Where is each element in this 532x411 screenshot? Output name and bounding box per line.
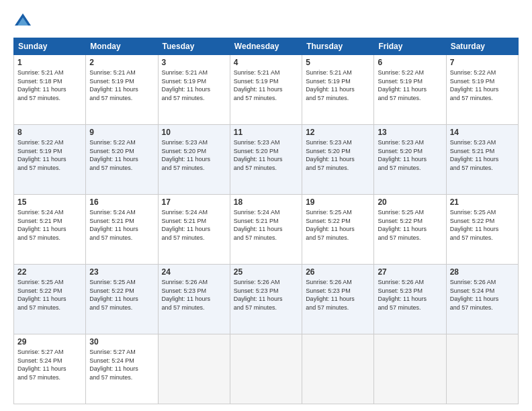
header-cell-wednesday: Wednesday [230,38,302,55]
day-info: Sunrise: 5:25 AM Sunset: 5:22 PM Dayligh… [450,208,515,242]
day-number: 13 [378,128,442,137]
day-cell: 26Sunrise: 5:26 AM Sunset: 5:23 PM Dayli… [302,265,374,334]
header-row: SundayMondayTuesdayWednesdayThursdayFrid… [14,38,519,55]
day-info: Sunrise: 5:27 AM Sunset: 5:24 PM Dayligh… [89,348,154,381]
day-number: 10 [162,128,226,137]
day-cell: 30Sunrise: 5:27 AM Sunset: 5:24 PM Dayli… [86,334,158,404]
header-cell-sunday: Sunday [14,38,86,55]
header-cell-tuesday: Tuesday [158,38,230,55]
calendar-table: SundayMondayTuesdayWednesdayThursdayFrid… [13,38,519,404]
day-info: Sunrise: 5:21 AM Sunset: 5:19 PM Dayligh… [89,68,154,102]
day-cell: 16Sunrise: 5:24 AM Sunset: 5:21 PM Dayli… [86,195,158,265]
day-info: Sunrise: 5:26 AM Sunset: 5:23 PM Dayligh… [378,278,442,312]
day-cell: 27Sunrise: 5:26 AM Sunset: 5:23 PM Dayli… [374,265,446,334]
day-cell: 10Sunrise: 5:23 AM Sunset: 5:20 PM Dayli… [158,125,230,195]
day-number: 19 [306,197,370,207]
day-cell: 9Sunrise: 5:22 AM Sunset: 5:20 PM Daylig… [86,125,158,195]
day-cell: 5Sunrise: 5:21 AM Sunset: 5:19 PM Daylig… [302,55,374,125]
day-info: Sunrise: 5:23 AM Sunset: 5:20 PM Dayligh… [234,138,298,172]
header-cell-monday: Monday [86,38,158,55]
day-number: 21 [450,197,515,207]
logo [13,12,35,31]
day-number: 27 [378,267,442,277]
day-cell: 17Sunrise: 5:24 AM Sunset: 5:21 PM Dayli… [158,195,230,265]
day-cell: 19Sunrise: 5:25 AM Sunset: 5:22 PM Dayli… [302,195,374,265]
day-number: 12 [306,128,370,137]
header-cell-friday: Friday [374,38,446,55]
day-info: Sunrise: 5:22 AM Sunset: 5:19 PM Dayligh… [450,68,515,102]
day-cell: 25Sunrise: 5:26 AM Sunset: 5:23 PM Dayli… [230,265,302,334]
day-cell: 22Sunrise: 5:25 AM Sunset: 5:22 PM Dayli… [14,265,86,334]
day-cell: 20Sunrise: 5:25 AM Sunset: 5:22 PM Dayli… [374,195,446,265]
day-cell: 23Sunrise: 5:25 AM Sunset: 5:22 PM Dayli… [86,265,158,334]
day-cell: 14Sunrise: 5:23 AM Sunset: 5:21 PM Dayli… [446,125,518,195]
day-cell: 29Sunrise: 5:27 AM Sunset: 5:24 PM Dayli… [14,334,86,404]
day-info: Sunrise: 5:21 AM Sunset: 5:19 PM Dayligh… [234,68,298,102]
header [13,12,519,31]
day-info: Sunrise: 5:24 AM Sunset: 5:21 PM Dayligh… [162,208,226,242]
day-cell [302,334,374,404]
day-info: Sunrise: 5:24 AM Sunset: 5:21 PM Dayligh… [89,208,154,242]
header-cell-thursday: Thursday [302,38,374,55]
day-info: Sunrise: 5:25 AM Sunset: 5:22 PM Dayligh… [17,278,82,312]
day-number: 18 [234,197,298,207]
day-number: 17 [162,197,226,207]
day-cell: 13Sunrise: 5:23 AM Sunset: 5:20 PM Dayli… [374,125,446,195]
day-info: Sunrise: 5:23 AM Sunset: 5:21 PM Dayligh… [450,138,515,172]
day-number: 25 [234,267,298,277]
day-cell: 6Sunrise: 5:22 AM Sunset: 5:19 PM Daylig… [374,55,446,125]
logo-icon [13,12,32,31]
day-cell: 8Sunrise: 5:22 AM Sunset: 5:19 PM Daylig… [14,125,86,195]
day-cell [374,334,446,404]
week-row-2: 8Sunrise: 5:22 AM Sunset: 5:19 PM Daylig… [14,125,519,195]
week-row-5: 29Sunrise: 5:27 AM Sunset: 5:24 PM Dayli… [14,334,519,404]
day-cell: 1Sunrise: 5:21 AM Sunset: 5:18 PM Daylig… [14,55,86,125]
day-info: Sunrise: 5:27 AM Sunset: 5:24 PM Dayligh… [17,348,82,381]
page: SundayMondayTuesdayWednesdayThursdayFrid… [0,0,532,411]
day-cell: 4Sunrise: 5:21 AM Sunset: 5:19 PM Daylig… [230,55,302,125]
day-number: 30 [89,337,154,347]
day-info: Sunrise: 5:22 AM Sunset: 5:20 PM Dayligh… [89,138,154,172]
day-number: 16 [89,197,154,207]
day-cell: 3Sunrise: 5:21 AM Sunset: 5:19 PM Daylig… [158,55,230,125]
day-info: Sunrise: 5:21 AM Sunset: 5:19 PM Dayligh… [306,68,370,102]
week-row-1: 1Sunrise: 5:21 AM Sunset: 5:18 PM Daylig… [14,55,519,125]
day-info: Sunrise: 5:26 AM Sunset: 5:23 PM Dayligh… [306,278,370,312]
day-info: Sunrise: 5:25 AM Sunset: 5:22 PM Dayligh… [89,278,154,312]
week-row-4: 22Sunrise: 5:25 AM Sunset: 5:22 PM Dayli… [14,265,519,334]
calendar-header: SundayMondayTuesdayWednesdayThursdayFrid… [14,38,519,55]
header-cell-saturday: Saturday [446,38,518,55]
day-number: 6 [378,58,442,67]
day-cell: 15Sunrise: 5:24 AM Sunset: 5:21 PM Dayli… [14,195,86,265]
day-cell [230,334,302,404]
day-number: 20 [378,197,442,207]
day-number: 7 [450,58,515,67]
day-cell: 24Sunrise: 5:26 AM Sunset: 5:23 PM Dayli… [158,265,230,334]
day-number: 5 [306,58,370,67]
day-number: 22 [17,267,82,277]
day-number: 3 [162,58,226,67]
day-number: 9 [89,128,154,137]
day-cell [158,334,230,404]
day-cell: 12Sunrise: 5:23 AM Sunset: 5:20 PM Dayli… [302,125,374,195]
day-info: Sunrise: 5:25 AM Sunset: 5:22 PM Dayligh… [306,208,370,242]
day-info: Sunrise: 5:25 AM Sunset: 5:22 PM Dayligh… [378,208,442,242]
day-cell: 2Sunrise: 5:21 AM Sunset: 5:19 PM Daylig… [86,55,158,125]
day-info: Sunrise: 5:26 AM Sunset: 5:23 PM Dayligh… [162,278,226,312]
day-info: Sunrise: 5:23 AM Sunset: 5:20 PM Dayligh… [162,138,226,172]
day-info: Sunrise: 5:22 AM Sunset: 5:19 PM Dayligh… [378,68,442,102]
day-cell: 18Sunrise: 5:24 AM Sunset: 5:21 PM Dayli… [230,195,302,265]
day-number: 8 [17,128,82,137]
day-number: 29 [17,337,82,347]
day-number: 1 [17,58,82,67]
calendar-body: 1Sunrise: 5:21 AM Sunset: 5:18 PM Daylig… [14,55,519,404]
day-info: Sunrise: 5:21 AM Sunset: 5:19 PM Dayligh… [162,68,226,102]
day-info: Sunrise: 5:24 AM Sunset: 5:21 PM Dayligh… [17,208,82,242]
day-number: 14 [450,128,515,137]
day-info: Sunrise: 5:23 AM Sunset: 5:20 PM Dayligh… [306,138,370,172]
day-info: Sunrise: 5:26 AM Sunset: 5:23 PM Dayligh… [234,278,298,312]
day-info: Sunrise: 5:21 AM Sunset: 5:18 PM Dayligh… [17,68,82,102]
day-number: 28 [450,267,515,277]
day-number: 23 [89,267,154,277]
day-cell: 7Sunrise: 5:22 AM Sunset: 5:19 PM Daylig… [446,55,518,125]
